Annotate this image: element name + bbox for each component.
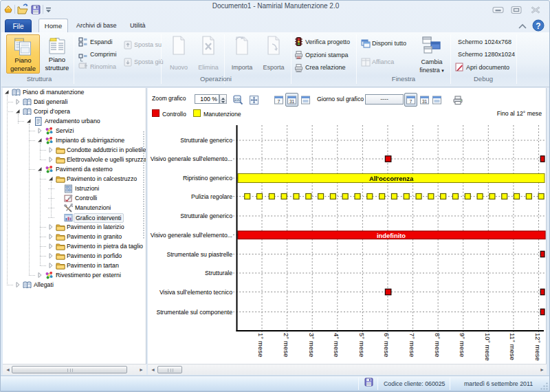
svg-text:?: ? (536, 21, 540, 31)
svg-text:5° mese: 5° mese (358, 333, 366, 357)
svg-text:7: 7 (278, 99, 280, 104)
svg-text:Pulizia regolare: Pulizia regolare (191, 193, 232, 200)
svg-text:31: 31 (289, 99, 295, 104)
svg-text:1° mese: 1° mese (257, 333, 265, 357)
svg-text:10° mese: 10° mese (484, 333, 492, 361)
svg-text:Visiva sull’elemento tecnico: Visiva sull’elemento tecnico (160, 289, 232, 296)
svg-text:Strutturale: Strutturale (205, 270, 232, 276)
svg-text:100: 100 (234, 98, 240, 102)
svg-text:9° mese: 9° mese (459, 333, 466, 357)
svg-text:Strutturale generico: Strutturale generico (180, 137, 232, 144)
svg-text:12° mese: 12° mese (534, 333, 542, 361)
svg-text:4° mese: 4° mese (333, 333, 340, 357)
svg-text:Strutturale generico: Strutturale generico (180, 213, 232, 219)
svg-text:All'occorrenza: All'occorrenza (369, 175, 414, 182)
svg-text:11° mese: 11° mese (509, 333, 516, 360)
svg-text:indefinito: indefinito (377, 232, 406, 239)
svg-text:Visivo generale sull'elemento.: Visivo generale sull'elemento... (151, 232, 232, 239)
svg-text:3° mese: 3° mese (308, 333, 316, 357)
svg-text:7: 7 (410, 99, 412, 104)
svg-text:2° mese: 2° mese (283, 333, 290, 357)
svg-text:Strumentale su piastrelle: Strumentale su piastrelle (166, 251, 232, 258)
svg-text:7° mese: 7° mese (408, 333, 416, 357)
svg-text:6° mese: 6° mese (383, 333, 390, 357)
svg-text:31: 31 (422, 99, 428, 104)
svg-text:Strumentale sul componente: Strumentale sul componente (156, 309, 232, 316)
svg-text:Ripristino generico: Ripristino generico (183, 175, 232, 182)
svg-text:Visivo generale sull'elemento.: Visivo generale sull'elemento... (151, 155, 232, 162)
svg-text:8° mese: 8° mese (434, 333, 441, 357)
